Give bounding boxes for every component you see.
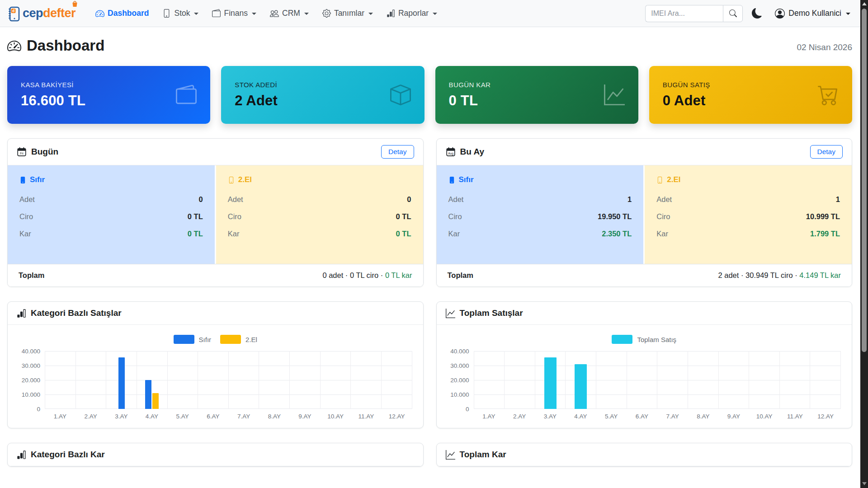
brand-logo[interactable]: d cepdefter xyxy=(7,5,75,22)
y-tick-label: 30.000 xyxy=(22,362,40,369)
person-circle-icon xyxy=(775,9,785,19)
summary-panels-row: Fri Bugün Detay Sıfır Adet xyxy=(7,138,852,287)
bar-Sıfır-3.AY[interactable] xyxy=(118,357,125,409)
panel-header: Kategori Bazlı Kar xyxy=(8,443,423,466)
data-row-ciro: Ciro 0 TL xyxy=(228,212,411,221)
panel-kategori-bazli-kar: Kategori Bazlı Kar xyxy=(7,443,424,467)
search-button[interactable] xyxy=(723,5,743,22)
y-tick-label: 10.000 xyxy=(22,391,40,398)
x-tick-label: 1.AY xyxy=(45,413,75,420)
detay-button[interactable]: Detay xyxy=(381,145,414,159)
row-value: 0 TL xyxy=(188,230,203,238)
x-tick-label: 12.AY xyxy=(810,413,841,420)
legend-item[interactable]: 2.El xyxy=(220,335,257,344)
x-axis: 1.AY2.AY3.AY4.AY5.AY6.AY7.AY8.AY9.AY10.A… xyxy=(45,413,412,420)
stat-value: 16.600 TL xyxy=(21,93,85,109)
y-tick-label: 40.000 xyxy=(450,348,469,355)
row-label: Adet xyxy=(448,195,464,204)
data-row-ciro: Ciro 19.950 TL xyxy=(448,212,632,221)
nav-item-crm[interactable]: CRM xyxy=(270,9,309,18)
nav-item-stok[interactable]: Stok xyxy=(162,9,198,18)
charts-row: Kategori Bazlı Satışlar Sıfır2.El 40.000… xyxy=(7,301,852,428)
dark-mode-toggle[interactable] xyxy=(752,8,762,19)
detay-button[interactable]: Detay xyxy=(810,145,843,159)
chart-column-6.AY xyxy=(198,351,229,409)
x-tick-label: 11.AY xyxy=(351,413,382,420)
bar-Toplam Satış-4.AY[interactable] xyxy=(575,364,587,409)
x-tick-label: 6.AY xyxy=(198,413,229,420)
calendar-badge-text: Fri xyxy=(20,152,24,155)
scrollbar[interactable] xyxy=(860,0,868,488)
category-label: Sıfır xyxy=(459,175,474,184)
row-value: 0 TL xyxy=(396,212,411,221)
x-tick-label: 9.AY xyxy=(290,413,321,420)
panel-bu-ay: Aug Bu Ay Detay Sıfır Adet xyxy=(436,138,853,287)
nav-item-finans[interactable]: Finans xyxy=(212,9,256,18)
nav-item-tanimlar[interactable]: Tanımlar xyxy=(322,9,373,18)
panel-kategori-bazli-satislar: Kategori Bazlı Satışlar Sıfır2.El 40.000… xyxy=(7,301,424,428)
data-row-ciro: Ciro 0 TL xyxy=(19,212,203,221)
x-tick-label: 10.AY xyxy=(749,413,780,420)
nav-item-raporlar[interactable]: Raporlar xyxy=(387,9,437,18)
stat-label: KASA BAKİYESİ xyxy=(21,81,85,89)
chevron-down-icon xyxy=(304,13,309,15)
stat-label: BUGÜN KAR xyxy=(449,81,491,89)
chart-column-2.AY xyxy=(505,351,535,409)
box-icon xyxy=(390,84,411,105)
chart-column-10.AY xyxy=(321,351,351,409)
imei-search-group xyxy=(645,5,743,22)
bar-2.El-4.AY[interactable] xyxy=(152,393,159,409)
data-row-adet: Adet 1 xyxy=(448,195,632,204)
scroll-down-arrow[interactable] xyxy=(862,482,867,485)
data-row-adet: Adet 1 xyxy=(656,195,840,204)
chevron-down-icon xyxy=(846,13,850,15)
row-label: Ciro xyxy=(656,212,670,221)
scroll-up-arrow[interactable] xyxy=(862,2,867,5)
row-value: 0 xyxy=(199,195,203,204)
legend-item[interactable]: Toplam Satış xyxy=(612,335,676,344)
chart-title: Toplam Satışlar xyxy=(460,308,523,318)
total-label: Toplam xyxy=(448,271,473,280)
scrollbar-thumb[interactable] xyxy=(862,9,867,352)
chart-column-9.AY xyxy=(719,351,750,409)
chart-body: 40.00030.00020.00010.0000 xyxy=(19,351,412,409)
sifir-column: Sıfır Adet 0 Ciro 0 TL Kar 0 TL xyxy=(8,165,215,264)
legend-swatch xyxy=(612,335,632,344)
chart-column-11.AY xyxy=(780,351,811,409)
phone-icon xyxy=(162,9,171,18)
gear-icon xyxy=(322,9,331,18)
moon-icon xyxy=(752,8,762,19)
row-value: 1 xyxy=(836,195,840,204)
bar-Sıfır-4.AY[interactable] xyxy=(145,380,151,409)
chevron-down-icon xyxy=(433,13,437,15)
phone-icon xyxy=(228,177,235,183)
row-label: Kar xyxy=(228,230,240,238)
stat-value: 0 TL xyxy=(449,93,491,109)
primary-navigation: Dashboard Stok Finans xyxy=(95,9,437,18)
nav-item-dashboard[interactable]: Dashboard xyxy=(95,9,149,18)
chart-column-6.AY xyxy=(627,351,658,409)
x-tick-label: 3.AY xyxy=(106,413,137,420)
chevron-down-icon xyxy=(252,13,256,15)
page-date: 02 Nisan 2026 xyxy=(797,42,852,54)
search-icon xyxy=(729,9,737,17)
bar-Toplam Satış-3.AY[interactable] xyxy=(544,357,557,409)
chart-column-7.AY xyxy=(657,351,688,409)
y-axis: 40.00030.00020.00010.0000 xyxy=(19,351,45,409)
data-row-kar: Kar 1.799 TL xyxy=(656,230,840,238)
toplam-satislar-chart: Toplam Satış 40.00030.00020.00010.0000 1… xyxy=(437,325,852,428)
shopping-bag-icon xyxy=(71,0,78,7)
user-menu[interactable]: Demo Kullanici xyxy=(775,9,850,19)
legend-item[interactable]: Sıfır xyxy=(174,335,212,344)
imei-search-input[interactable] xyxy=(645,5,723,22)
wallet-icon xyxy=(212,9,221,18)
y-tick-label: 0 xyxy=(37,406,40,413)
nav-label: Stok xyxy=(174,9,190,18)
category-label: Sıfır xyxy=(30,175,45,184)
chart-column-5.AY xyxy=(596,351,627,409)
data-row-kar: Kar 0 TL xyxy=(228,230,411,238)
brand-text-defter: defter xyxy=(43,6,75,20)
row-value: 19.950 TL xyxy=(598,212,632,221)
chart-column-5.AY xyxy=(168,351,198,409)
chart-column-3.AY xyxy=(106,351,137,409)
